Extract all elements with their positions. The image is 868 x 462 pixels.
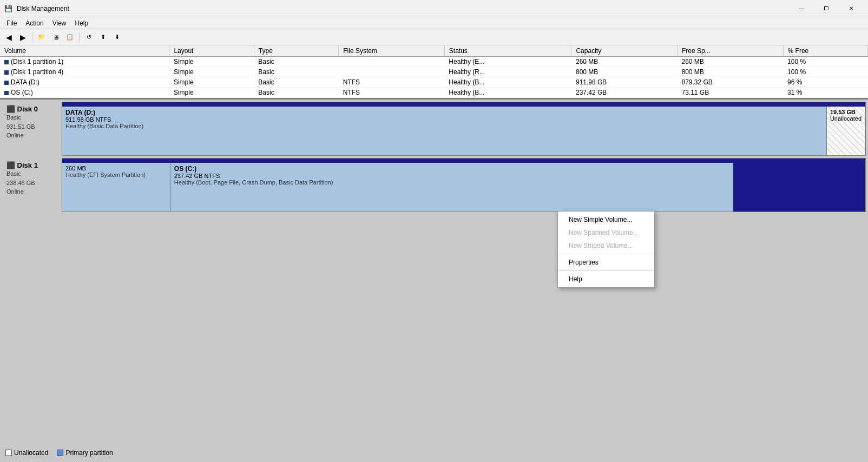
partition-status: Healthy (Basic Data Partition) [65, 123, 823, 129]
legend-unallocated-box [5, 450, 12, 456]
vol-layout: Simple [169, 57, 254, 67]
col-capacity[interactable]: Capacity [571, 45, 678, 57]
vol-free: 260 MB [678, 57, 784, 67]
title-bar: 💾 Disk Management — ⧠ ✕ [0, 0, 868, 17]
disk-1-recovery-partition[interactable] [733, 163, 865, 212]
table-row[interactable]: DATA (D:) Simple Basic NTFS Healthy (B..… [0, 77, 868, 88]
menu-help[interactable]: Help [71, 18, 93, 28]
col-status[interactable]: Status [444, 45, 571, 57]
vol-status: Healthy (E... [444, 57, 571, 67]
col-layout[interactable]: Layout [169, 45, 254, 57]
toolbar: ◀ ▶ 📁 🖥 📋 ↺ ⬆ ⬇ [0, 29, 868, 45]
col-type[interactable]: Type [254, 45, 338, 57]
menu-action[interactable]: Action [21, 18, 48, 28]
vol-capacity: 911.98 GB [571, 77, 678, 88]
disk-1-label: ⬛ Disk 1 Basic238.46 GBOnline [2, 158, 62, 212]
context-menu-item: New Striped Volume... [558, 239, 654, 252]
vol-pct: 100 % [783, 57, 867, 67]
legend-unallocated: Unallocated [5, 449, 48, 457]
context-menu-item[interactable]: Help [558, 273, 654, 286]
volume-table: Volume Layout Type File System Status Ca… [0, 45, 868, 98]
restore-button[interactable]: ⧠ [814, 0, 839, 17]
app-icon: 💾 [4, 5, 12, 12]
unalloc-size: 19.53 GB [830, 109, 862, 115]
vol-layout: Simple [169, 88, 254, 98]
table-row[interactable]: (Disk 1 partition 1) Simple Basic Health… [0, 57, 868, 67]
col-filesystem[interactable]: File System [339, 45, 445, 57]
table-row[interactable]: (Disk 1 partition 4) Simple Basic Health… [0, 67, 868, 77]
vol-fs [339, 67, 445, 77]
legend: Unallocated Primary partition [5, 449, 113, 457]
vol-layout: Simple [169, 67, 254, 77]
menu-file[interactable]: File [2, 18, 21, 28]
context-menu-item[interactable]: Properties [558, 256, 654, 269]
vol-name: OS (C:) [0, 88, 169, 98]
vol-capacity: 260 MB [571, 57, 678, 67]
window-title: Disk Management [17, 5, 69, 12]
up-button[interactable]: 📁 [35, 31, 48, 43]
volume-list: Volume Layout Type File System Status Ca… [0, 45, 868, 100]
title-bar-left: 💾 Disk Management [4, 5, 69, 12]
context-menu-separator [558, 254, 654, 254]
vol-fs: NTFS [339, 88, 445, 98]
toolbar-sep-1 [32, 32, 32, 43]
disk-0-info: Basic931.51 GBOnline [6, 113, 57, 140]
import-button[interactable]: ⬇ [110, 31, 123, 43]
show-button[interactable]: 🖥 [49, 31, 62, 43]
vol-pct: 100 % [783, 67, 867, 77]
disk-1-id: ⬛ Disk 1 [6, 161, 57, 169]
col-pctfree[interactable]: % Free [783, 45, 867, 57]
disk-1-partitions: 260 MB Healthy (EFI System Partition) OS… [62, 158, 866, 212]
vol-pct: 96 % [783, 77, 867, 88]
close-button[interactable]: ✕ [839, 0, 864, 17]
disk-0-unallocated[interactable]: 19.53 GB Unallocated [827, 107, 865, 155]
disk-1-os-partition[interactable]: OS (C:) 237.42 GB NTFS Healthy (Boot, Pa… [171, 163, 733, 212]
legend-primary-box [57, 450, 63, 456]
disk-1-partitions-row: 260 MB Healthy (EFI System Partition) OS… [62, 163, 865, 212]
export-button[interactable]: ⬆ [96, 31, 109, 43]
minimize-button[interactable]: — [789, 0, 814, 17]
vol-status: Healthy (R... [444, 67, 571, 77]
disk-1-header-bar [62, 159, 865, 163]
os-partition-status: Healthy (Boot, Page File, Crash Dump, Ba… [174, 179, 729, 186]
unalloc-label: Unallocated [830, 115, 862, 122]
map-button[interactable]: 📋 [63, 31, 76, 43]
vol-free: 73.11 GB [678, 88, 784, 98]
vol-type: Basic [254, 88, 338, 98]
os-partition-name: OS (C:) [174, 165, 729, 173]
disk-1-efi-partition[interactable]: 260 MB Healthy (EFI System Partition) [62, 163, 171, 212]
legend-unallocated-label: Unallocated [14, 449, 48, 457]
back-button[interactable]: ◀ [2, 31, 15, 43]
partition-size: 911.98 GB NTFS [65, 116, 823, 123]
menu-view[interactable]: View [48, 18, 71, 28]
vol-name: (Disk 1 partition 1) [0, 57, 169, 67]
vol-status: Healthy (B... [444, 77, 571, 88]
vol-type: Basic [254, 67, 338, 77]
legend-primary-label: Primary partition [65, 449, 113, 457]
vol-fs [339, 57, 445, 67]
partition-name: DATA (D:) [65, 109, 823, 116]
vol-status: Healthy (B... [444, 88, 571, 98]
forward-button[interactable]: ▶ [16, 31, 29, 43]
context-menu-item[interactable]: New Simple Volume... [558, 213, 654, 226]
context-menu: New Simple Volume...New Spanned Volume..… [557, 211, 655, 288]
menu-bar: File Action View Help [0, 17, 868, 29]
refresh-button[interactable]: ↺ [82, 31, 95, 43]
title-bar-controls: — ⧠ ✕ [789, 0, 864, 17]
table-row[interactable]: OS (C:) Simple Basic NTFS Healthy (B... … [0, 88, 868, 98]
vol-layout: Simple [169, 77, 254, 88]
vol-free: 800 MB [678, 67, 784, 77]
col-free[interactable]: Free Sp... [678, 45, 784, 57]
col-volume[interactable]: Volume [0, 45, 169, 57]
disk-0-data-partition[interactable]: DATA (D:) 911.98 GB NTFS Healthy (Basic … [62, 107, 827, 155]
vol-type: Basic [254, 57, 338, 67]
disk-0-partitions-row: DATA (D:) 911.98 GB NTFS Healthy (Basic … [62, 107, 865, 155]
vol-capacity: 800 MB [571, 67, 678, 77]
context-menu-item: New Spanned Volume... [558, 226, 654, 239]
vol-capacity: 237.42 GB [571, 88, 678, 98]
context-menu-separator [558, 270, 654, 271]
disk-1-row: ⬛ Disk 1 Basic238.46 GBOnline 260 MB Hea… [2, 158, 866, 212]
disk-0-id: ⬛ Disk 0 [6, 105, 57, 113]
vol-free: 879.32 GB [678, 77, 784, 88]
disk-1-info: Basic238.46 GBOnline [6, 169, 57, 196]
